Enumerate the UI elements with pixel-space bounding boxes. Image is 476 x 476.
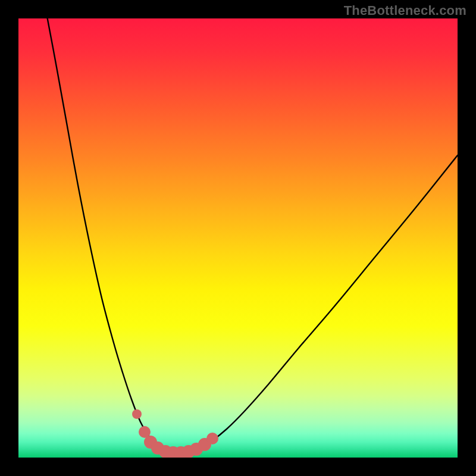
curve-layer: [18, 18, 458, 458]
curve-marker: [206, 433, 218, 444]
watermark-text: TheBottleneck.com: [344, 3, 466, 18]
curve-markers: [132, 409, 218, 458]
curve-marker: [132, 409, 142, 419]
chart-frame: [18, 18, 458, 458]
bottleneck-curve: [44, 18, 458, 453]
